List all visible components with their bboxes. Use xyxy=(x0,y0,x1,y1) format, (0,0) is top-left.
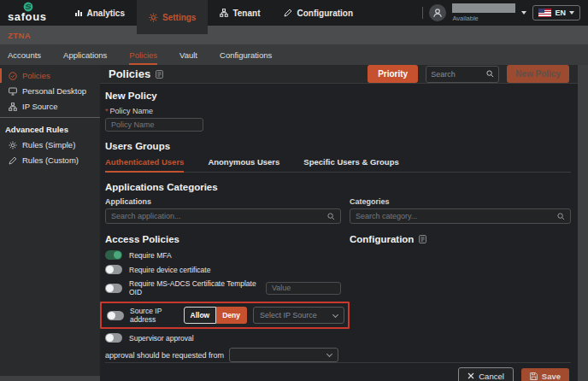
categories-search-input[interactable] xyxy=(356,212,557,220)
require-mfa-toggle[interactable] xyxy=(105,250,122,260)
top-nav: safous Analytics Settings xyxy=(0,0,588,26)
gear-icon xyxy=(9,141,17,149)
main-nav: Analytics Settings Tenant xyxy=(62,0,366,34)
main-panel: Policies Priority New Policy New P xyxy=(100,65,578,376)
form-title: New Policy xyxy=(105,91,571,101)
chevron-down-icon xyxy=(326,351,332,357)
nav-label-tenant: Tenant xyxy=(232,9,260,18)
us-flag-icon xyxy=(538,9,551,17)
access-policies-title: Access Policies xyxy=(105,234,341,244)
safous-swirl-icon xyxy=(23,2,33,12)
require-device-certificate-label: Require device certificate xyxy=(129,266,210,274)
nav-item-tenant[interactable]: Tenant xyxy=(208,0,272,26)
user-avatar[interactable] xyxy=(429,4,446,21)
save-label: Save xyxy=(542,372,561,381)
require-mfa-label: Require MFA xyxy=(129,251,172,260)
search-input[interactable] xyxy=(431,70,486,79)
sidebar-label-personal-desktop: Personal Desktop xyxy=(22,86,86,96)
access-policies-column: Access Policies Require MFA Require devi… xyxy=(105,234,341,362)
monitor-icon xyxy=(9,87,17,96)
allow-deny-segment: Allow Deny xyxy=(184,307,247,324)
sidebar-divider xyxy=(0,117,100,118)
nav-label-settings: Settings xyxy=(162,13,196,22)
require-mfa-row: Require MFA xyxy=(105,250,341,260)
tab-specific-users-groups[interactable]: Specific Users & Groups xyxy=(303,157,398,173)
required-asterisk: * xyxy=(105,107,109,115)
deny-button[interactable]: Deny xyxy=(216,307,247,324)
new-policy-form: New Policy *Policy Name Users Groups Aut… xyxy=(100,83,578,381)
source-ip-toggle[interactable] xyxy=(107,311,124,320)
sidebar-item-rules-custom[interactable]: Rules (Custom) xyxy=(0,153,100,167)
tab-applications[interactable]: Applications xyxy=(63,44,107,65)
user-name-redacted xyxy=(452,3,515,13)
page-header: Policies Priority New Policy xyxy=(100,65,578,83)
configuration-title: Configuration xyxy=(350,234,571,244)
applications-categories-title: Applications Categories xyxy=(105,182,571,192)
language-selector[interactable]: EN xyxy=(532,5,580,21)
supervisor-approval-row: Supervisor approval xyxy=(105,333,341,343)
check-circle-icon xyxy=(9,72,17,80)
form-footer: Cancel Save xyxy=(105,363,571,381)
new-policy-button[interactable]: New Policy xyxy=(507,65,569,83)
tab-configurations[interactable]: Configurations xyxy=(220,44,272,65)
pen-icon xyxy=(9,156,17,165)
network-icon xyxy=(9,103,17,111)
app-window: safous Analytics Settings xyxy=(0,0,588,381)
brand-logo[interactable]: safous xyxy=(0,0,47,26)
nav-item-analytics[interactable]: Analytics xyxy=(62,0,137,26)
policy-name-input[interactable] xyxy=(105,118,203,132)
nav-item-configuration[interactable]: Configuration xyxy=(272,0,365,26)
require-ms-adcs-toggle[interactable] xyxy=(105,284,122,293)
sidebar-item-ip-source[interactable]: IP Source xyxy=(0,99,100,114)
applications-search-input[interactable] xyxy=(111,212,327,220)
ms-adcs-oid-input[interactable] xyxy=(266,282,341,295)
breadcrumb: ZTNA xyxy=(8,31,31,40)
tab-authenticated-users[interactable]: Authenticated Users xyxy=(105,157,184,173)
tab-anonymous-users[interactable]: Anonymous Users xyxy=(208,157,279,173)
sidebar-label-policies: Policies xyxy=(22,71,50,80)
user-menu[interactable]: Available xyxy=(452,3,515,22)
sitemap-icon xyxy=(220,9,228,17)
priority-button[interactable]: Priority xyxy=(368,65,418,83)
cancel-button[interactable]: Cancel xyxy=(458,367,514,381)
sidebar-header-advanced-rules: Advanced Rules xyxy=(0,122,100,136)
search-icon xyxy=(327,213,335,220)
supervisor-approval-label: Supervisor approval xyxy=(129,334,194,343)
require-device-certificate-toggle[interactable] xyxy=(105,265,122,274)
configuration-column: Configuration xyxy=(350,234,571,362)
supervisor-approval-toggle[interactable] xyxy=(105,333,122,343)
language-caret-icon xyxy=(569,11,574,15)
approval-from-row: approval should be requested from xyxy=(105,348,341,362)
approval-from-label: approval should be requested from xyxy=(105,351,224,360)
ip-source-select[interactable]: Select IP Source xyxy=(253,307,344,324)
source-ip-label: Source IP address xyxy=(130,307,178,324)
content-area: Policies Personal Desktop IP Source Adva… xyxy=(0,65,588,376)
users-groups-title: Users Groups xyxy=(105,141,571,151)
x-icon xyxy=(467,372,474,379)
nav-label-configuration: Configuration xyxy=(297,9,353,18)
sidebar-item-personal-desktop[interactable]: Personal Desktop xyxy=(0,84,100,98)
sidebar-item-policies[interactable]: Policies xyxy=(0,68,100,83)
access-configuration-grid: Access Policies Require MFA Require devi… xyxy=(105,234,571,362)
configuration-note-icon xyxy=(419,235,426,243)
cancel-label: Cancel xyxy=(479,372,504,381)
save-button[interactable]: Save xyxy=(521,368,569,381)
ip-source-select-placeholder: Select IP Source xyxy=(260,311,317,319)
approval-from-select[interactable] xyxy=(229,348,338,362)
tab-vault[interactable]: Vault xyxy=(179,44,197,65)
policies-note-icon xyxy=(156,70,163,79)
require-ms-adcs-row: Require MS-ADCS Certificate Template OID xyxy=(105,279,341,296)
pen-icon xyxy=(284,9,292,17)
categories-label: Categories xyxy=(350,197,571,206)
require-device-certificate-row: Require device certificate xyxy=(105,265,341,274)
user-caret-icon[interactable] xyxy=(521,11,526,15)
tab-policies[interactable]: Policies xyxy=(129,44,157,65)
save-icon xyxy=(530,372,538,380)
top-nav-right: Available EN xyxy=(422,0,588,26)
nav-item-settings[interactable]: Settings xyxy=(137,0,208,34)
policy-name-label: *Policy Name xyxy=(105,107,571,115)
sidebar-item-rules-simple[interactable]: Rules (Simple) xyxy=(0,138,100,152)
tab-accounts[interactable]: Accounts xyxy=(8,44,41,65)
page-title: Policies xyxy=(109,67,150,80)
allow-button[interactable]: Allow xyxy=(184,307,217,324)
